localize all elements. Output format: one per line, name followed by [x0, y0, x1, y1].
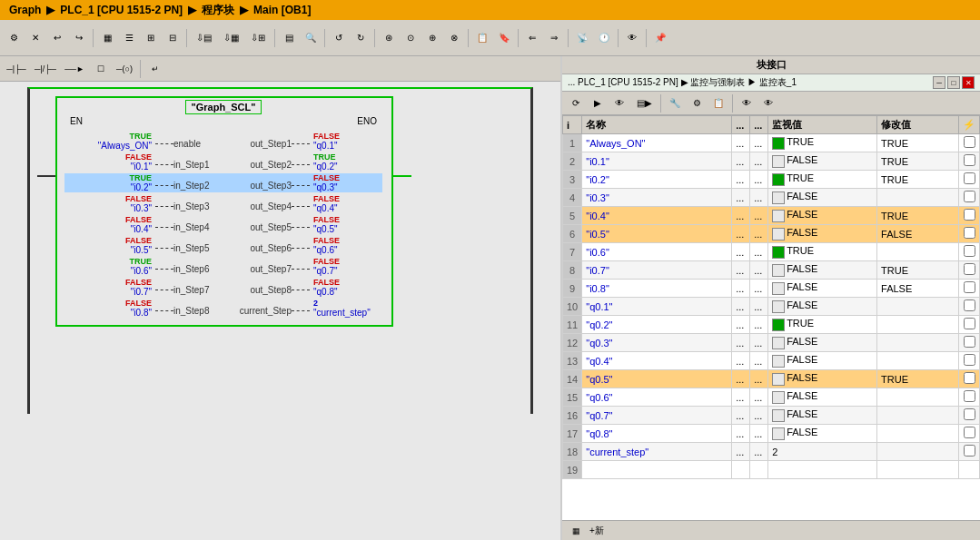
watch-btn-4[interactable]: ▤▶	[631, 93, 657, 113]
toolbar-btn-7[interactable]: ⊞	[141, 28, 161, 48]
toolbar-btn-19[interactable]: ⊗	[444, 28, 464, 48]
title-sep3: ▶	[240, 4, 248, 16]
row-dot1: ...	[732, 225, 750, 243]
toolbar-btn-4[interactable]: ↪	[69, 28, 89, 48]
out-pin-label: current_Step	[228, 300, 292, 316]
table-row: 11"q0.2"......TRUE	[563, 316, 980, 334]
title-graph: Graph	[9, 4, 41, 16]
restore-btn[interactable]: □	[947, 76, 960, 89]
watch-btn-6[interactable]: ⚙	[687, 93, 707, 113]
row-monitor: FALSE	[768, 152, 877, 171]
pin-row: TRUE"Always_ON"enableout_Step1FALSE"q0.1…	[64, 132, 382, 151]
row-checkbox[interactable]	[964, 227, 975, 239]
wire-right	[292, 290, 310, 290]
ladder-btn-coil[interactable]: ─(○)	[114, 59, 134, 79]
toolbar-btn-23[interactable]: ⇒	[544, 28, 564, 48]
toolbar-btn-13[interactable]: 🔍	[301, 28, 321, 48]
minimize-btn[interactable]: ─	[933, 76, 945, 89]
footer-btn-table[interactable]: ▦	[566, 521, 586, 541]
ladder-btn-contact-no[interactable]: ─|├─	[4, 59, 29, 79]
row-checkbox[interactable]	[964, 136, 975, 148]
row-modify: TRUE	[877, 207, 959, 225]
toolbar-btn-1[interactable]: ⚙	[4, 28, 24, 48]
toolbar-btn-9[interactable]: ⇩▤	[191, 28, 216, 48]
row-dot2: ...	[750, 189, 768, 207]
pin-val-right: TRUE	[313, 152, 336, 162]
row-checkbox[interactable]	[964, 209, 975, 221]
title-plc: PLC_1 [CPU 1515-2 PN]	[60, 4, 183, 16]
row-dot2: ...	[750, 407, 768, 425]
row-modify	[877, 298, 959, 316]
out-pin-label: out_Step1	[228, 133, 292, 149]
pin-val-left: TRUE	[130, 173, 153, 182]
row-checkbox[interactable]	[964, 281, 975, 293]
row-checkbox-cell	[959, 243, 980, 261]
row-checkbox[interactable]	[964, 354, 975, 366]
toolbar-btn-17[interactable]: ⊙	[401, 28, 421, 48]
row-checkbox[interactable]	[964, 172, 975, 184]
toolbar-btn-14[interactable]: ↺	[329, 28, 349, 48]
toolbar-btn-10[interactable]: ⇩▦	[218, 28, 243, 48]
wire-left	[155, 185, 173, 186]
toolbar-btn-12[interactable]: ▤	[279, 28, 299, 48]
toolbar-btn-26[interactable]: 👁	[622, 28, 642, 48]
watch-btn-8[interactable]: 👁	[737, 93, 757, 113]
row-checkbox[interactable]	[964, 154, 975, 166]
toolbar-btn-5[interactable]: ▦	[97, 28, 117, 48]
pin-row: TRUE"i0.2"in_Step2out_Step3FALSE"q0.3"	[64, 173, 382, 192]
toolbar-btn-22[interactable]: ⇐	[522, 28, 542, 48]
toolbar-btn-27[interactable]: 📌	[650, 28, 670, 48]
title-program: 程序块	[202, 3, 234, 18]
row-checkbox[interactable]	[964, 263, 975, 275]
row-checkbox[interactable]	[964, 372, 975, 384]
row-dot2: ...	[750, 152, 768, 171]
watch-btn-2[interactable]: ▶	[588, 93, 608, 113]
pin-row: FALSE"i0.3"in_Step3out_Step4FALSE"q0.4"	[64, 194, 382, 213]
row-dot2: ...	[750, 171, 768, 189]
ladder-sep	[140, 60, 141, 78]
toolbar-btn-18[interactable]: ⊕	[422, 28, 442, 48]
toolbar-btn-21[interactable]: 🔖	[494, 28, 514, 48]
row-number: 16	[563, 407, 582, 425]
row-checkbox[interactable]	[964, 390, 975, 402]
row-checkbox[interactable]	[964, 191, 975, 202]
row-checkbox[interactable]	[964, 445, 975, 457]
ladder-btn-contact-nc[interactable]: ─|/├─	[33, 59, 58, 79]
toolbar-btn-2[interactable]: ✕	[25, 28, 45, 48]
pin-name-left: "i0.8"	[131, 308, 152, 318]
watch-btn-7[interactable]: 📋	[708, 93, 728, 113]
watch-btn-3[interactable]: 👁	[609, 93, 629, 113]
toolbar-btn-15[interactable]: ↻	[351, 28, 371, 48]
row-name: "i0.6"	[582, 243, 732, 261]
col-dot2: ...	[750, 116, 768, 134]
watch-table-header: 块接口	[562, 56, 980, 74]
ladder-btn-return[interactable]: ↵	[146, 59, 164, 79]
toolbar-btn-25[interactable]: 🕐	[594, 28, 614, 48]
watch-btn-5[interactable]: 🔧	[665, 93, 685, 113]
pin-val-left: FALSE	[125, 215, 152, 224]
toolbar-btn-6[interactable]: ☰	[119, 28, 139, 48]
row-checkbox[interactable]	[964, 408, 975, 420]
toolbar-btn-16[interactable]: ⊛	[379, 28, 399, 48]
row-dot1: ...	[732, 407, 750, 425]
row-checkbox[interactable]	[964, 245, 975, 257]
close-btn[interactable]: ✕	[962, 76, 975, 89]
row-checkbox[interactable]	[964, 336, 975, 348]
row-modify	[877, 243, 959, 261]
row-checkbox[interactable]	[964, 427, 975, 438]
monitor-indicator	[772, 427, 785, 440]
row-checkbox[interactable]	[964, 299, 975, 311]
row-modify: FALSE	[877, 280, 959, 298]
row-checkbox[interactable]	[964, 318, 975, 329]
row-number: 3	[563, 171, 582, 189]
toolbar-btn-8[interactable]: ⊟	[163, 28, 183, 48]
toolbar-btn-11[interactable]: ⇩⊞	[245, 28, 271, 48]
toolbar-btn-24[interactable]: 📡	[572, 28, 592, 48]
col-modify: 修改值	[877, 116, 959, 134]
ladder-btn-wire-right[interactable]: ──►	[62, 59, 87, 79]
watch-btn-1[interactable]: ⟳	[566, 93, 586, 113]
ladder-btn-box[interactable]: ☐	[91, 59, 111, 79]
toolbar-btn-3[interactable]: ↩	[47, 28, 67, 48]
toolbar-btn-20[interactable]: 📋	[472, 28, 492, 48]
watch-btn-9[interactable]: 👁	[758, 93, 778, 113]
